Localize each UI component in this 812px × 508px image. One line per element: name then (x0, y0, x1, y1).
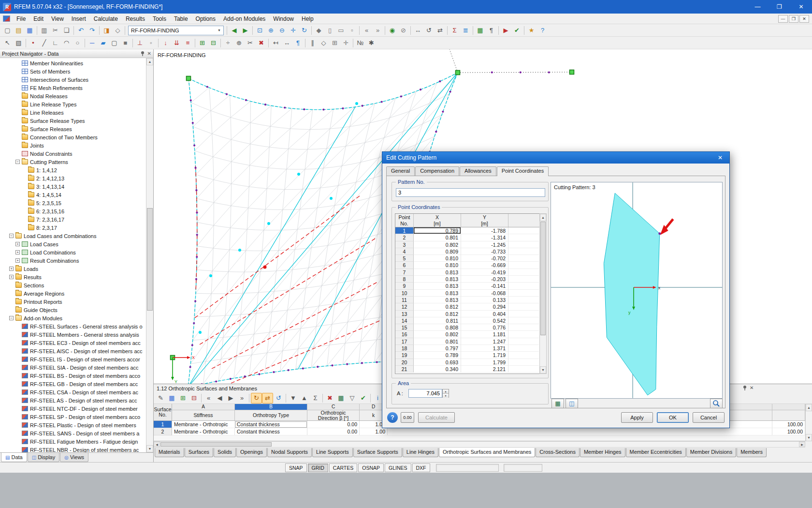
dialog-close-icon[interactable]: ✕ (715, 154, 725, 161)
printout-report-button[interactable]: ¶ (486, 25, 497, 36)
tree-item-7-2-3-16-17[interactable]: 7: 2,3,16,17 (0, 215, 146, 224)
y-value-cell[interactable]: 0.294 (461, 303, 508, 310)
point-row-16[interactable]: 160.8021.181 (395, 331, 540, 338)
point-row-14[interactable]: 140.8110.542 (395, 317, 540, 324)
tree-item-member-nonlinearities[interactable]: Member Nonlinearities (0, 59, 146, 67)
x-value-cell[interactable]: 0.801 (414, 234, 461, 241)
expand-icon[interactable]: + (15, 242, 20, 246)
scroll-down-icon[interactable]: ▼ (146, 445, 153, 452)
insert-row-button[interactable]: ⊞ (177, 393, 188, 403)
status-toggle-dxf[interactable]: DXF (412, 463, 430, 472)
mirror-copy-button[interactable]: ⇄ (435, 25, 446, 36)
dialog-tab-general[interactable]: General (386, 166, 415, 176)
numbering-button[interactable]: № (355, 38, 366, 48)
tree-item-cutting-patterns[interactable]: −Cutting Patterns (0, 158, 146, 166)
menu-window[interactable]: Window (269, 14, 298, 24)
scrollbar-thumb[interactable] (160, 442, 272, 447)
point-row-4[interactable]: 40.809-0.733 (395, 248, 540, 255)
navigator-tab-display[interactable]: ◫Display (28, 453, 60, 462)
x-value-cell[interactable]: 0.809 (414, 248, 461, 255)
tree-item-rf-steel-csa-design-of-steel-members-ac[interactable]: RF-STEEL CSA - Design of steel members a… (0, 388, 146, 396)
mdi-close-button[interactable]: ✕ (799, 15, 809, 23)
dialog-title-bar[interactable]: Edit Cutting Pattern ✕ (382, 152, 729, 164)
zoom-out-button[interactable]: ⊖ (276, 25, 288, 36)
row-number-cell[interactable]: 21 (395, 366, 414, 373)
tree-item-rf-steel-sp-design-of-steel-members-acco[interactable]: RF-STEEL SP - Design of steel members ac… (0, 413, 146, 421)
tree-item-fe-mesh-refinements[interactable]: FE Mesh Refinements (0, 84, 146, 92)
y-value-cell[interactable]: -0.419 (461, 269, 508, 276)
row-number-cell[interactable]: 9 (395, 283, 414, 289)
x-value-cell[interactable]: 0.810 (414, 255, 461, 262)
tree-item-rf-steel-plastic-design-of-steel-members[interactable]: RF-STEEL Plastic - Design of steel membe… (0, 421, 146, 429)
area-spinner[interactable]: ▲▼ (442, 389, 449, 398)
column-letter-b[interactable]: B (235, 404, 307, 410)
insert-node-button[interactable]: • (28, 38, 39, 48)
row-number-cell[interactable]: 4 (395, 248, 414, 255)
scroll-right-icon[interactable]: ▶ (799, 442, 805, 447)
x-value-cell[interactable]: 0.789 (414, 227, 461, 234)
tree-item-printout-reports[interactable]: Printout Reports (0, 298, 146, 306)
tree-item-add-on-modules[interactable]: −Add-on Modules (0, 314, 146, 322)
clear-table-button[interactable]: ✖ (324, 393, 335, 403)
spin-up-icon[interactable]: ▲ (443, 389, 449, 394)
table-row-2[interactable]: 2Membrane - OrthotropicConstant thicknes… (154, 428, 805, 435)
x-value-cell[interactable]: 0.811 (414, 317, 461, 324)
tree-item-rf-steel-nbr-design-of-steel-members-ac[interactable]: RF-STEEL NBR - Design of steel members a… (0, 446, 146, 452)
insert-solid-button[interactable]: ■ (120, 38, 131, 48)
point-row-1[interactable]: 10.789-1.788 (395, 227, 540, 234)
y-value-cell[interactable]: -0.141 (461, 283, 508, 289)
view-in-z-button[interactable]: ▫ (347, 25, 358, 36)
delete-button[interactable]: ✖ (256, 38, 267, 48)
highlight-selection-button[interactable]: ⇄ (262, 393, 273, 403)
menu-help[interactable]: Help (298, 14, 318, 24)
insert-opening-button[interactable]: ▢ (109, 38, 120, 48)
collapse-icon[interactable]: − (9, 316, 14, 320)
tree-item-2-1-4-12-13[interactable]: 2: 1,4,12,13 (0, 174, 146, 182)
preview-print-button[interactable]: ◫ (566, 399, 578, 408)
point-row-13[interactable]: 130.8120.404 (395, 311, 540, 317)
row-number-cell[interactable]: 12 (395, 303, 414, 310)
tree-item-6-2-3-15-16[interactable]: 6: 2,3,15,16 (0, 207, 146, 215)
point-row-20[interactable]: 200.6931.799 (395, 359, 540, 366)
move-down-button[interactable]: ▼ (288, 393, 299, 403)
table-scrollbar[interactable]: ▲ ▼ (539, 213, 547, 374)
zoom-window-button[interactable]: ⊡ (254, 25, 265, 36)
x-value-cell[interactable]: 0.813 (414, 283, 461, 289)
point-row-21[interactable]: 210.3402.121 (395, 366, 540, 373)
tree-item-result-combinations[interactable]: +Result Combinations (0, 256, 146, 265)
cell[interactable]: 0.00 (307, 421, 360, 428)
y-value-cell[interactable]: 1.371 (461, 345, 508, 352)
tree-item-surface-release-types[interactable]: Surface Release Types (0, 117, 146, 125)
y-value-cell[interactable]: 0.542 (461, 317, 508, 324)
last-row-button[interactable]: » (236, 393, 247, 403)
x-value-cell[interactable]: 0.789 (414, 352, 461, 359)
wireframe-mode-button[interactable]: ◇ (112, 25, 123, 36)
tree-item-4-1-4-5-14[interactable]: 4: 1,4,5,14 (0, 191, 146, 199)
point-row-3[interactable]: 30.802-1.245 (395, 241, 540, 248)
menu-edit[interactable]: Edit (29, 14, 47, 24)
scroll-down-icon[interactable]: ▼ (540, 366, 546, 374)
view-in-x-button[interactable]: ▯ (324, 25, 335, 36)
scroll-left-icon[interactable]: ◀ (154, 442, 160, 447)
y-value-cell[interactable]: 0.404 (461, 311, 508, 317)
tree-item-1-1-4-12[interactable]: 1: 1,4,12 (0, 166, 146, 174)
zoom-in-button[interactable]: ⊕ (265, 25, 276, 36)
table-vertical-scrollbar[interactable]: ▲ ▼ (805, 404, 812, 441)
work-plane-button[interactable]: ◇ (318, 38, 329, 48)
scroll-up-icon[interactable]: ▲ (806, 404, 812, 411)
table-tab-orthotropic-surfaces-and-membranes[interactable]: Orthotropic Surfaces and Membranes (439, 448, 535, 457)
scrollbar-thumb[interactable] (540, 222, 546, 335)
menu-file[interactable]: File (13, 14, 29, 24)
move-up-button[interactable]: ▲ (299, 393, 310, 403)
previous-view-button[interactable]: « (361, 25, 372, 36)
x-value-cell[interactable]: 0.813 (414, 276, 461, 283)
trim-button[interactable]: ✂ (245, 38, 256, 48)
cancel-button[interactable]: Cancel (693, 412, 725, 423)
new-model-button[interactable]: ▢ (2, 25, 13, 36)
tree-item-load-cases-and-combinations[interactable]: −Load Cases and Combinations (0, 232, 146, 240)
row-number-cell[interactable]: 2 (154, 428, 172, 435)
isometric-view-button[interactable]: ◆ (313, 25, 324, 36)
tree-item-loads[interactable]: +Loads (0, 265, 146, 273)
cut-button[interactable]: ✂ (50, 25, 61, 36)
point-row-5[interactable]: 50.810-0.702 (395, 255, 540, 262)
